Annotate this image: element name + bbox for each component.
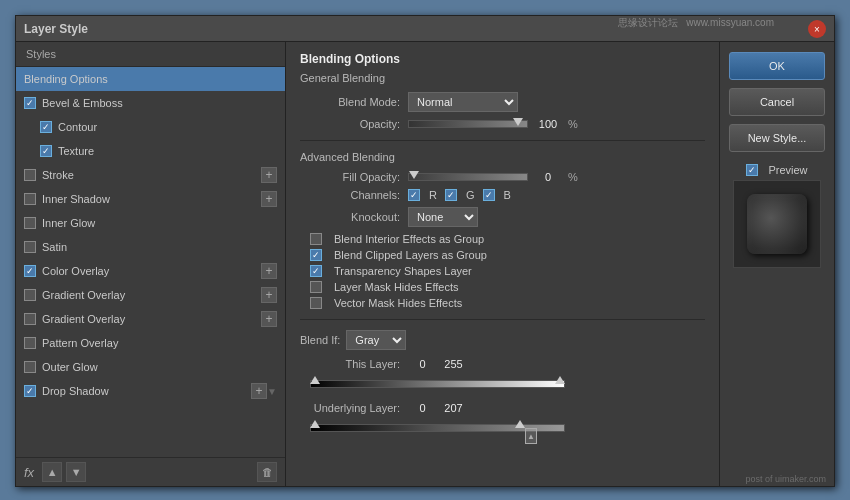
sidebar-item-color-overlay[interactable]: Color Overlay +	[16, 259, 285, 283]
blend-clipped-checkbox[interactable]	[310, 249, 322, 261]
fill-opacity-slider-container: 0 %	[408, 171, 578, 183]
stroke-checkbox[interactable]	[24, 169, 36, 181]
sidebar-item-inner-shadow[interactable]: Inner Shadow +	[16, 187, 285, 211]
right-panel: OK Cancel New Style... Preview	[719, 42, 834, 486]
sidebar-item-inner-glow[interactable]: Inner Glow	[16, 211, 285, 235]
opacity-row: Opacity: 100 %	[300, 118, 705, 130]
texture-checkbox[interactable]	[40, 145, 52, 157]
channels-row: Channels: R G B	[300, 189, 705, 201]
drop-shadow-add-button[interactable]: +	[251, 383, 267, 399]
this-layer-max: 255	[441, 358, 466, 370]
outer-glow-checkbox[interactable]	[24, 361, 36, 373]
satin-checkbox[interactable]	[24, 241, 36, 253]
blend-mode-select[interactable]: Normal Dissolve Darken Multiply	[408, 92, 518, 112]
vector-mask-hides-row: Vector Mask Hides Effects	[300, 297, 705, 309]
channel-r-label: R	[429, 189, 437, 201]
inner-glow-checkbox[interactable]	[24, 217, 36, 229]
layer-mask-hides-checkbox[interactable]	[310, 281, 322, 293]
vector-mask-hides-checkbox[interactable]	[310, 297, 322, 309]
inner-shadow-add-button[interactable]: +	[261, 191, 277, 207]
transparency-shapes-row: Transparency Shapes Layer	[300, 265, 705, 277]
blend-mode-label: Blend Mode:	[300, 96, 400, 108]
separator-2	[300, 319, 705, 320]
stroke-add-button[interactable]: +	[261, 167, 277, 183]
blend-clipped-row: Blend Clipped Layers as Group	[300, 249, 705, 261]
sidebar-item-outer-glow[interactable]: Outer Glow	[16, 355, 285, 379]
pattern-overlay-checkbox[interactable]	[24, 337, 36, 349]
this-layer-slider[interactable]	[310, 376, 565, 392]
this-layer-label: This Layer:	[300, 358, 400, 370]
fill-opacity-slider[interactable]	[408, 173, 528, 181]
blend-interior-label: Blend Interior Effects as Group	[334, 233, 484, 245]
blending-options-title: Blending Options	[300, 52, 705, 66]
opacity-slider[interactable]	[408, 120, 528, 128]
layer-list: Blending Options Bevel & Emboss Contour …	[16, 67, 285, 457]
knockout-select[interactable]: None Shallow Deep	[408, 207, 478, 227]
sidebar-item-contour[interactable]: Contour	[16, 115, 285, 139]
sidebar-item-bevel-emboss[interactable]: Bevel & Emboss	[16, 91, 285, 115]
opacity-unit: %	[568, 118, 578, 130]
knockout-row: Knockout: None Shallow Deep	[300, 207, 705, 227]
bevel-emboss-checkbox[interactable]	[24, 97, 36, 109]
this-layer-thumb-right[interactable]	[555, 376, 565, 384]
sidebar-item-stroke[interactable]: Stroke +	[16, 163, 285, 187]
channel-g-checkbox[interactable]	[445, 189, 457, 201]
drop-shadow-checkbox[interactable]	[24, 385, 36, 397]
sidebar-item-gradient-overlay-1[interactable]: Gradient Overlay +	[16, 283, 285, 307]
cursor-indicator: ▲	[525, 428, 537, 444]
sidebar-item-label: Contour	[58, 121, 277, 133]
contour-checkbox[interactable]	[40, 121, 52, 133]
delete-button[interactable]: 🗑	[257, 462, 277, 482]
sidebar-item-blending-options[interactable]: Blending Options	[16, 67, 285, 91]
gradient-overlay-2-add-button[interactable]: +	[261, 311, 277, 327]
layer-style-dialog: Layer Style 思缘设计论坛 www.missyuan.com × St…	[15, 15, 835, 487]
blend-if-select[interactable]: Gray Red Green Blue	[346, 330, 406, 350]
this-layer-thumb-left[interactable]	[310, 376, 320, 384]
blend-clipped-label: Blend Clipped Layers as Group	[334, 249, 487, 261]
bottom-toolbar: fx ▲ ▼ 🗑	[16, 457, 285, 486]
channel-r-checkbox[interactable]	[408, 189, 420, 201]
new-style-button[interactable]: New Style...	[729, 124, 825, 152]
fill-opacity-row: Fill Opacity: 0 %	[300, 171, 705, 183]
move-down-button[interactable]: ▼	[66, 462, 86, 482]
opacity-value: 100	[532, 118, 564, 130]
dialog-title: Layer Style	[24, 22, 88, 36]
inner-shadow-checkbox[interactable]	[24, 193, 36, 205]
close-button[interactable]: ×	[808, 20, 826, 38]
opacity-thumb[interactable]	[513, 118, 523, 126]
gradient-overlay-1-checkbox[interactable]	[24, 289, 36, 301]
color-overlay-checkbox[interactable]	[24, 265, 36, 277]
this-layer-track	[310, 380, 565, 388]
sidebar-item-texture[interactable]: Texture	[16, 139, 285, 163]
sidebar-item-satin[interactable]: Satin	[16, 235, 285, 259]
sidebar-item-label: Stroke	[42, 169, 261, 181]
sidebar-item-label: Outer Glow	[42, 361, 277, 373]
sidebar-item-pattern-overlay[interactable]: Pattern Overlay	[16, 331, 285, 355]
sidebar-item-gradient-overlay-2[interactable]: Gradient Overlay +	[16, 307, 285, 331]
blend-interior-checkbox[interactable]	[310, 233, 322, 245]
sidebar-item-label: Blending Options	[24, 73, 277, 85]
styles-header: Styles	[16, 42, 285, 67]
layer-mask-hides-label: Layer Mask Hides Effects	[334, 281, 459, 293]
opacity-label: Opacity:	[300, 118, 400, 130]
color-overlay-add-button[interactable]: +	[261, 263, 277, 279]
sidebar-item-label: Color Overlay	[42, 265, 261, 277]
underlying-layer-thumb-left[interactable]	[310, 420, 320, 428]
knockout-label: Knockout:	[300, 211, 400, 223]
gradient-overlay-2-checkbox[interactable]	[24, 313, 36, 325]
gradient-overlay-1-add-button[interactable]: +	[261, 287, 277, 303]
move-up-button[interactable]: ▲	[42, 462, 62, 482]
general-blending-title: General Blending	[300, 72, 705, 84]
underlying-layer-thumb-right[interactable]	[515, 420, 525, 428]
preview-checkbox[interactable]	[746, 164, 758, 176]
channels-label: Channels:	[300, 189, 400, 201]
channel-b-checkbox[interactable]	[483, 189, 495, 201]
advanced-blending-title: Advanced Blending	[300, 151, 705, 163]
fill-thumb[interactable]	[409, 171, 419, 179]
preview-canvas	[733, 180, 821, 268]
sidebar-item-drop-shadow[interactable]: Drop Shadow + ▼	[16, 379, 285, 403]
ok-button[interactable]: OK	[729, 52, 825, 80]
sidebar-item-label: Bevel & Emboss	[42, 97, 277, 109]
cancel-button[interactable]: Cancel	[729, 88, 825, 116]
transparency-shapes-checkbox[interactable]	[310, 265, 322, 277]
